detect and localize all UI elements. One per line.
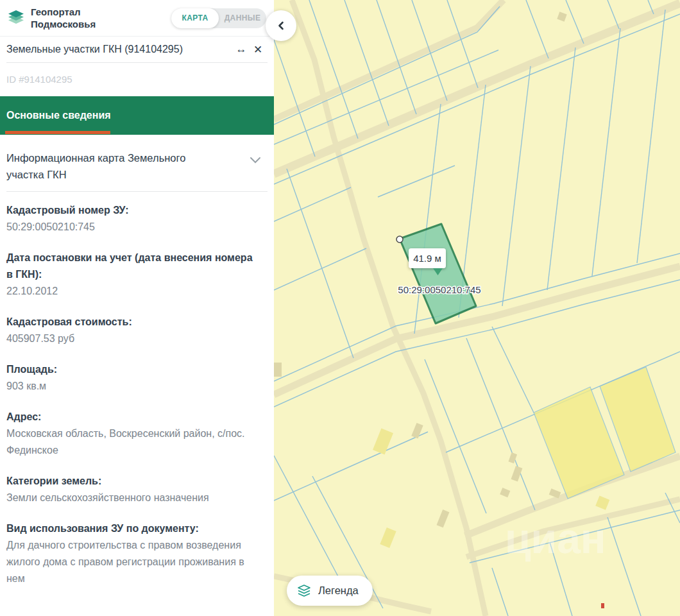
card-header[interactable]: Информационная карта Земельного участка … [0,135,274,191]
map-render: циан 50:29:0050210:745 41.9 м [274,0,680,616]
field-label: Адрес: [6,409,255,425]
map-canvas[interactable]: циан 50:29:0050210:745 41.9 м Легенда [274,0,680,616]
legend-label: Легенда [318,585,359,597]
section-tab-main-info[interactable]: Основные сведения [0,96,274,135]
field-address: Адрес: Московская область, Воскресенский… [6,409,255,459]
info-panel: Геопортал Подмосковья КАРТА ДАННЫЕ Земел… [0,0,274,616]
field-value: 405907.53 руб [6,330,255,347]
attribute-list: Кадастровый номер ЗУ: 50:29:0050210:745 … [0,192,274,587]
card-title: Информационная карта Земельного участка … [6,150,213,183]
field-label: Вид использования ЗУ по документу: [6,520,255,537]
watermark: циан [505,515,606,562]
field-label: Дата постановки на учет (дата внесения н… [6,250,255,283]
vertex-marker [396,236,403,243]
measurement-value: 41.9 м [413,253,441,264]
collapse-panel-button[interactable] [266,10,296,41]
layer-title: Земельные участки ГКН (914104295) [6,44,233,55]
field-value: 50:29:0050210:745 [6,219,255,235]
field-label: Кадастровый номер ЗУ: [6,202,255,219]
field-registration-date: Дата постановки на учет (дата внесения н… [6,250,255,300]
field-label: Кадастровая стоимость: [6,314,255,330]
field-value: 22.10.2012 [6,283,255,300]
field-cadastral-value: Кадастровая стоимость: 405907.53 руб [6,314,255,347]
field-label: Площадь: [6,361,255,378]
layers-logo-icon [6,9,26,27]
layers-icon [297,585,311,597]
map-marker-dot [601,603,604,608]
app-title: Геопортал Подмосковья [31,6,96,30]
map-data-toggle: КАРТА ДАННЫЕ [171,8,266,28]
toggle-data-button[interactable]: ДАННЫЕ [219,8,266,28]
field-permitted-use: Вид использования ЗУ по документу: Для д… [6,520,255,587]
field-land-category: Категории земель: Земли сельскохозяйстве… [6,473,255,506]
parcel-number-label: 50:29:0050210:745 [398,284,480,295]
chevron-down-icon[interactable] [250,157,261,164]
resize-horizontal-icon[interactable]: ↔ [233,41,250,58]
layer-title-row: Земельные участки ГКН (914104295) ↔ ✕ [0,37,274,62]
field-value: 903 кв.м [6,378,255,395]
section-tab-label: Основные сведения [6,110,111,121]
field-cadastral-number: Кадастровый номер ЗУ: 50:29:0050210:745 [6,202,255,235]
chevron-left-icon [276,21,286,31]
object-id: ID #914104295 [0,63,274,96]
field-area: Площадь: 903 кв.м [6,361,255,395]
active-tab-underline [5,131,110,134]
field-value: Московская область, Воскресенский район,… [6,425,255,459]
field-value: Земли сельскохозяйственного назначения [6,490,255,506]
app-header: Геопортал Подмосковья КАРТА ДАННЫЕ [0,0,274,37]
legend-button[interactable]: Легенда [287,576,373,606]
field-label: Категории земель: [6,473,255,490]
field-value: Для дачного строительства с правом возве… [6,537,255,587]
toggle-map-button[interactable]: КАРТА [171,8,219,28]
close-icon[interactable]: ✕ [250,41,266,58]
